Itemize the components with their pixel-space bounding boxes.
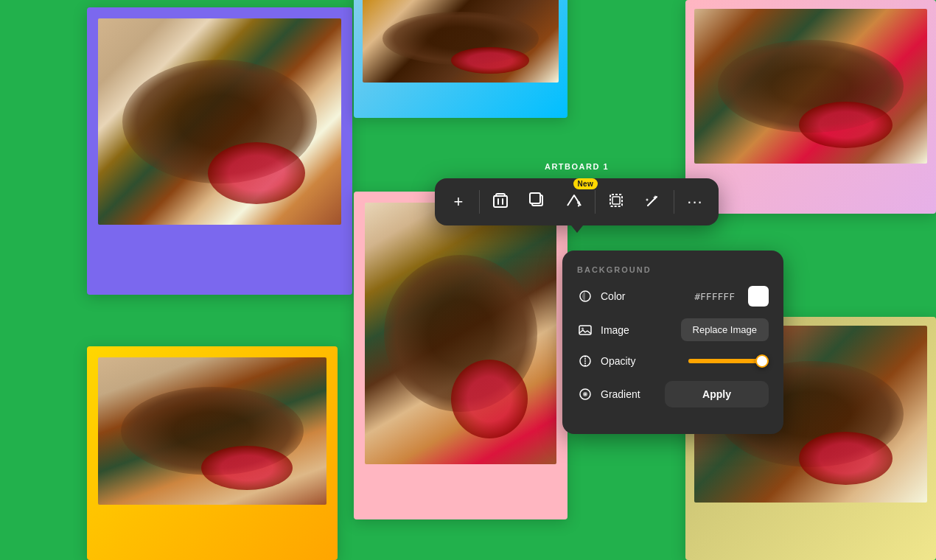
new-badge: New bbox=[573, 178, 598, 189]
gradient-label: Gradient bbox=[601, 388, 657, 400]
svg-point-9 bbox=[581, 327, 584, 329]
magic-icon bbox=[645, 192, 661, 212]
photo-card-3[interactable] bbox=[685, 0, 936, 214]
divider-3 bbox=[674, 190, 674, 214]
color-row: Color #FFFFFF bbox=[577, 286, 769, 307]
replace-image-button[interactable]: Replace Image bbox=[681, 318, 769, 341]
opacity-label: Opacity bbox=[601, 355, 681, 367]
photo-card-4[interactable] bbox=[87, 346, 338, 560]
photo-card-1[interactable] bbox=[87, 7, 352, 295]
svg-point-13 bbox=[584, 393, 586, 395]
canvas: ARTBOARD 1 + bbox=[0, 0, 936, 560]
svg-rect-0 bbox=[494, 196, 507, 207]
opacity-row: Opacity bbox=[577, 353, 769, 369]
color-swatch[interactable] bbox=[748, 286, 769, 307]
panel-title: BACKGROUND bbox=[577, 265, 769, 274]
add-button[interactable]: + bbox=[441, 184, 476, 220]
more-button[interactable]: ··· bbox=[677, 184, 713, 220]
svg-point-4 bbox=[577, 201, 580, 204]
trash-icon bbox=[493, 192, 508, 212]
background-panel: BACKGROUND Color #FFFFFF Imag bbox=[562, 251, 783, 434]
add-icon: + bbox=[454, 192, 464, 211]
artboard-title: ARTBOARD 1 bbox=[545, 162, 609, 171]
image-label: Image bbox=[601, 324, 674, 336]
duplicate-icon bbox=[529, 192, 545, 212]
duplicate-button[interactable] bbox=[520, 184, 555, 220]
image-icon bbox=[577, 322, 593, 338]
more-icon: ··· bbox=[687, 192, 702, 211]
photo-card-5[interactable] bbox=[354, 192, 567, 519]
opacity-slider[interactable] bbox=[688, 359, 769, 363]
svg-rect-6 bbox=[612, 197, 620, 204]
gradient-icon bbox=[577, 386, 593, 402]
color-label: Color bbox=[601, 290, 687, 302]
color-value: #FFFFFF bbox=[694, 291, 735, 302]
delete-button[interactable] bbox=[483, 184, 518, 220]
image-row: Image Replace Image bbox=[577, 318, 769, 341]
opacity-icon bbox=[577, 353, 593, 369]
gradient-row: Gradient Apply bbox=[577, 381, 769, 407]
crop-icon bbox=[608, 192, 624, 212]
fill-icon bbox=[566, 192, 582, 212]
toolbar-arrow bbox=[571, 225, 583, 233]
svg-rect-3 bbox=[530, 193, 540, 203]
svg-rect-8 bbox=[579, 326, 591, 335]
divider-1 bbox=[479, 190, 480, 214]
apply-button[interactable]: Apply bbox=[665, 381, 769, 407]
photo-card-2[interactable] bbox=[354, 0, 567, 118]
toolbar: ARTBOARD 1 + bbox=[435, 178, 719, 225]
color-icon bbox=[577, 288, 593, 304]
crop-button[interactable] bbox=[598, 184, 634, 220]
magic-button[interactable] bbox=[635, 184, 671, 220]
divider-2 bbox=[595, 190, 596, 214]
fill-button[interactable]: New bbox=[556, 184, 592, 220]
